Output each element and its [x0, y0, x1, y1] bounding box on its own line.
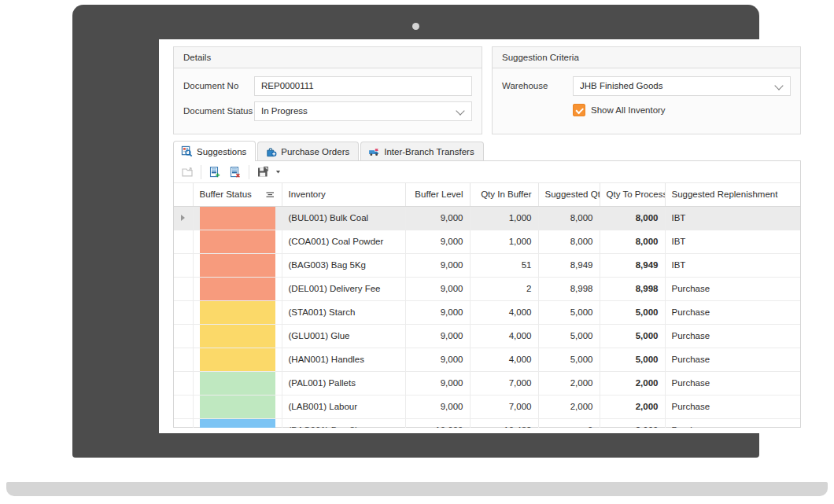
suggested-qty-cell[interactable]: 8,949	[538, 253, 600, 277]
qty-in-buffer-cell[interactable]: 1,000	[470, 206, 538, 230]
qty-to-process-cell[interactable]: 5,000	[600, 300, 665, 324]
buffer-level-cell[interactable]: 9,000	[405, 324, 470, 348]
row-indicator-cell[interactable]	[174, 395, 193, 418]
buffer-status-cell[interactable]	[193, 371, 282, 395]
suggested-qty-cell[interactable]: 5,000	[538, 324, 600, 348]
row-expand-arrow-icon[interactable]	[181, 215, 185, 221]
suggested-qty-cell[interactable]: 5,000	[538, 300, 600, 324]
buffer-level-cell[interactable]: 9,000	[405, 206, 470, 230]
row-indicator-cell[interactable]	[174, 230, 193, 253]
qty-in-buffer-cell[interactable]: 4,000	[470, 300, 538, 324]
tab-purchase-orders[interactable]: Purchase Orders	[257, 142, 359, 161]
show-all-inventory-label[interactable]: Show All Inventory	[591, 105, 666, 115]
row-indicator-cell[interactable]	[174, 418, 193, 428]
row-indicator-cell[interactable]	[174, 324, 193, 348]
suggested-replenishment-cell[interactable]: Purchase	[665, 300, 800, 324]
qty-to-process-cell[interactable]: 5,000	[600, 324, 665, 348]
suggested-replenishment-cell[interactable]: IBT	[665, 206, 800, 230]
buffer-level-cell[interactable]: 9,000	[405, 395, 470, 418]
qty-in-buffer-cell[interactable]: 2	[470, 277, 538, 300]
row-indicator-cell[interactable]	[174, 300, 193, 324]
group-by-icon[interactable]	[265, 189, 275, 200]
buffer-status-cell[interactable]	[193, 206, 282, 230]
buffer-level-cell[interactable]: 9,000	[405, 253, 470, 277]
qty-to-process-cell[interactable]: 2,000	[600, 395, 665, 418]
suggested-qty-cell[interactable]: 8,000	[538, 206, 600, 230]
row-indicator-cell[interactable]	[174, 253, 193, 277]
suggested-replenishment-cell[interactable]: Purchase	[665, 277, 800, 300]
qty-to-process-cell[interactable]: 8,000	[600, 230, 665, 253]
row-indicator-cell[interactable]	[174, 277, 193, 300]
qty-to-process-cell[interactable]: 8,949	[600, 253, 665, 277]
table-row[interactable]: (BUL001) Bulk Coal9,0001,0008,0008,000IB…	[174, 206, 800, 230]
column-header-qty-in-buffer[interactable]: Qty In Buffer	[470, 183, 538, 206]
document-no-input[interactable]: REP0000111	[254, 76, 472, 96]
open-folder-icon-button[interactable]	[177, 163, 197, 182]
qty-to-process-cell[interactable]: 8,998	[600, 277, 665, 300]
chevron-down-icon[interactable]	[774, 80, 785, 91]
row-indicator-cell[interactable]	[174, 206, 193, 230]
buffer-status-cell[interactable]	[193, 230, 282, 253]
qty-in-buffer-cell[interactable]: 1,000	[470, 230, 538, 253]
suggested-replenishment-cell[interactable]: Purchase	[665, 371, 800, 395]
document-delete-icon-button[interactable]	[225, 163, 245, 182]
chevron-down-icon[interactable]	[456, 105, 467, 116]
document-add-icon-button[interactable]	[205, 163, 225, 182]
table-row[interactable]: (LAB001) Labour9,0007,0002,0002,000Purch…	[174, 395, 800, 418]
buffer-status-cell[interactable]	[193, 300, 282, 324]
show-all-inventory-checkbox[interactable]	[573, 104, 585, 116]
table-row[interactable]: (DEL001) Delivery Fee9,00028,9988,998Pur…	[174, 277, 800, 300]
inventory-cell[interactable]: (BAG003) Bag 5Kg	[282, 253, 405, 277]
save-disk-icon-button[interactable]	[253, 163, 273, 182]
buffer-level-cell[interactable]: 9,000	[405, 371, 470, 395]
tab-inter-branch-transfers[interactable]: Inter-Branch Transfers	[360, 142, 483, 161]
column-header-suggested-replenishment[interactable]: Suggested Replenishment	[665, 183, 800, 206]
qty-to-process-cell[interactable]: 2,000	[600, 371, 665, 395]
suggested-qty-cell[interactable]: 8,000	[538, 230, 600, 253]
grid-scroll-area[interactable]: Buffer Status	[174, 183, 800, 428]
suggested-replenishment-cell[interactable]: Purchase	[665, 324, 800, 348]
qty-to-process-cell[interactable]: 8,000	[600, 206, 665, 230]
column-header-suggested-qty[interactable]: Suggested Qty	[538, 183, 600, 206]
suggested-replenishment-cell[interactable]: IBT	[665, 253, 800, 277]
inventory-cell[interactable]: (HAN001) Handles	[282, 348, 405, 371]
inventory-cell[interactable]: (GLU001) Glue	[282, 324, 405, 348]
table-row[interactable]: (PAL001) Pallets9,0007,0002,0002,000Purc…	[174, 371, 800, 395]
inventory-cell[interactable]: (STA001) Starch	[282, 300, 405, 324]
chevron-down-icon[interactable]	[273, 163, 283, 182]
inventory-cell[interactable]: (COA001) Coal Powder	[282, 230, 405, 253]
qty-in-buffer-cell[interactable]: 51	[470, 253, 538, 277]
tab-suggestions[interactable]: Suggestions	[173, 141, 256, 161]
buffer-level-cell[interactable]: 9,000	[405, 277, 470, 300]
buffer-level-cell[interactable]: 9,000	[405, 300, 470, 324]
inventory-cell[interactable]: (LAB001) Labour	[282, 395, 405, 418]
inventory-cell[interactable]: (BUL001) Bulk Coal	[282, 206, 405, 230]
buffer-level-cell[interactable]: 10,000	[405, 418, 470, 428]
qty-in-buffer-cell[interactable]: 7,000	[470, 395, 538, 418]
suggested-qty-cell[interactable]: 2,000	[538, 395, 600, 418]
inventory-cell[interactable]: (BAG001) Bag 3kg	[282, 418, 405, 428]
row-indicator-cell[interactable]	[174, 348, 193, 371]
column-header-qty-to-process[interactable]: Qty To Process	[600, 183, 665, 206]
column-header-buffer-level[interactable]: Buffer Level	[405, 183, 470, 206]
qty-in-buffer-cell[interactable]: 4,000	[470, 348, 538, 371]
buffer-status-cell[interactable]	[193, 277, 282, 300]
buffer-status-cell[interactable]	[193, 348, 282, 371]
column-header-buffer-status[interactable]: Buffer Status	[193, 183, 282, 206]
suggested-replenishment-cell[interactable]: IBT	[665, 230, 800, 253]
suggested-replenishment-cell[interactable]: Purchase	[665, 395, 800, 418]
qty-to-process-cell[interactable]: 2,000	[600, 418, 665, 428]
buffer-status-cell[interactable]	[193, 418, 282, 428]
buffer-status-cell[interactable]	[193, 324, 282, 348]
table-row[interactable]: (GLU001) Glue9,0004,0005,0005,000Purchas…	[174, 324, 800, 348]
warehouse-select[interactable]: JHB Finished Goods	[573, 76, 791, 96]
qty-in-buffer-cell[interactable]: 10,432	[470, 418, 538, 428]
buffer-status-cell[interactable]	[193, 253, 282, 277]
table-row[interactable]: (BAG001) Bag 3kg10,00010,43202,000Purcha…	[174, 418, 800, 428]
suggested-qty-cell[interactable]: 8,998	[538, 277, 600, 300]
suggested-replenishment-cell[interactable]: Purchase	[665, 418, 800, 428]
buffer-level-cell[interactable]: 9,000	[405, 230, 470, 253]
suggested-qty-cell[interactable]: 0	[538, 418, 600, 428]
table-row[interactable]: (COA001) Coal Powder9,0001,0008,0008,000…	[174, 230, 800, 253]
suggested-qty-cell[interactable]: 5,000	[538, 348, 600, 371]
